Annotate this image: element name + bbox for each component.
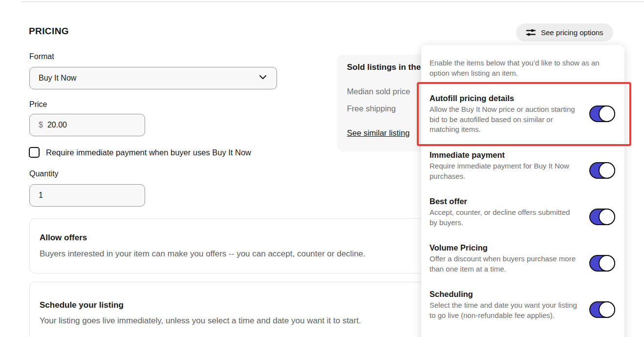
allow-offers-description: Buyers interested in your item can make … [40, 249, 365, 259]
toggle-knob [599, 255, 615, 272]
immediate-payment-description: Require immediate payment for Buy It Now… [429, 161, 577, 181]
pricing-section-heading: PRICING [29, 26, 69, 37]
quantity-field-container [29, 184, 145, 207]
currency-symbol: $ [39, 121, 43, 129]
pricing-page: PRICING See pricing options Format Buy I… [0, 0, 644, 337]
popover-intro-text: Enable the items below that you’d like t… [429, 58, 621, 78]
option-row-best-offer: Best offer Accept, counter, or decline o… [429, 196, 616, 228]
option-row-volume-pricing: Volume Pricing Offer a discount when buy… [429, 242, 616, 274]
median-sold-price-line: Median sold price [347, 87, 410, 96]
best-offer-description: Accept, counter, or decline offers submi… [429, 208, 577, 228]
immediate-payment-toggle[interactable] [589, 162, 615, 179]
pricing-options-popover: Enable the items below that you’d like t… [421, 45, 624, 337]
scheduling-description: Select the time and date you want your l… [429, 300, 577, 320]
toggle-knob [599, 162, 615, 179]
sold-listings-title: Sold listings in the [347, 63, 421, 72]
option-row-immediate-payment: Immediate payment Require immediate paym… [429, 149, 616, 181]
format-label: Format [29, 52, 54, 61]
scheduling-toggle[interactable] [589, 301, 615, 318]
free-shipping-line: Free shipping [347, 104, 396, 113]
immediate-payment-checkbox-label: Require immediate payment when buyer use… [46, 148, 251, 157]
volume-pricing-description: Offer a discount when buyers purchase mo… [429, 254, 577, 274]
autofill-pricing-toggle[interactable] [589, 105, 615, 122]
option-row-autofill-pricing: Autofill pricing details Allow the Buy I… [429, 93, 616, 135]
immediate-payment-title: Immediate payment [429, 149, 616, 160]
price-input[interactable] [47, 121, 136, 129]
autofill-pricing-title: Autofill pricing details [429, 93, 616, 104]
volume-pricing-toggle[interactable] [589, 255, 615, 272]
quantity-label: Quantity [29, 169, 59, 178]
price-field-container: $ [29, 114, 145, 136]
option-row-scheduling: Scheduling Select the time and date you … [429, 289, 616, 320]
best-offer-title: Best offer [429, 196, 616, 207]
immediate-payment-checkbox[interactable] [29, 147, 40, 158]
price-label: Price [29, 100, 47, 109]
allow-offers-title: Allow offers [40, 233, 87, 243]
format-select[interactable]: Buy It Now [29, 67, 277, 89]
see-pricing-options-button[interactable]: See pricing options [516, 23, 613, 42]
section-divider [22, 1, 644, 2]
toggle-knob [599, 105, 615, 122]
see-similar-listings-link[interactable]: See similar listing [347, 128, 409, 138]
format-select-value: Buy It Now [39, 74, 76, 83]
quantity-input[interactable] [39, 191, 136, 200]
schedule-listing-title: Schedule your listing [40, 300, 124, 310]
chevron-down-icon [258, 72, 268, 84]
immediate-payment-checkbox-row: Require immediate payment when buyer use… [29, 147, 251, 158]
see-pricing-options-label: See pricing options [541, 28, 603, 37]
sliders-icon [526, 27, 536, 38]
toggle-knob [599, 301, 615, 318]
toggle-knob [599, 209, 615, 225]
autofill-pricing-description: Allow the Buy It Now price or auction st… [429, 105, 577, 135]
schedule-listing-description: Your listing goes live immediately, unle… [40, 316, 361, 326]
best-offer-toggle[interactable] [589, 209, 615, 225]
scheduling-title: Scheduling [429, 289, 616, 299]
volume-pricing-title: Volume Pricing [429, 242, 616, 253]
